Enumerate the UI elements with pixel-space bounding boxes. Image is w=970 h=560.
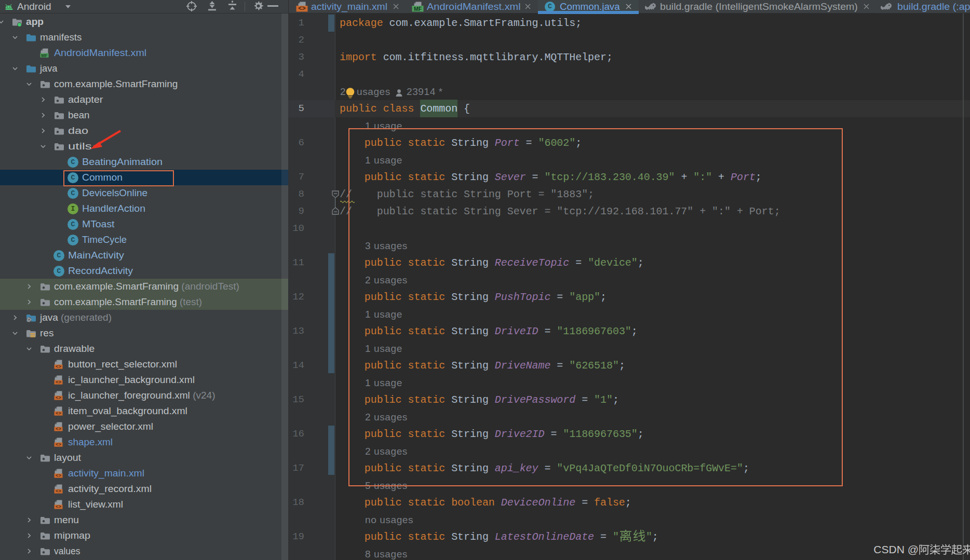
svg-text:MF: MF bbox=[414, 6, 422, 12]
svg-text:<>: <> bbox=[56, 427, 61, 431]
svg-text:<>: <> bbox=[56, 395, 61, 400]
svg-text:<>: <> bbox=[56, 364, 61, 369]
svg-text:MF: MF bbox=[41, 53, 47, 58]
svg-text:<>: <> bbox=[56, 473, 61, 478]
svg-text:<>: <> bbox=[298, 5, 305, 12]
svg-text:<>: <> bbox=[56, 411, 61, 416]
svg-text:<>: <> bbox=[56, 380, 61, 385]
svg-text:<>: <> bbox=[56, 489, 61, 494]
svg-text:<>: <> bbox=[56, 442, 61, 447]
svg-text:<>: <> bbox=[56, 504, 61, 509]
